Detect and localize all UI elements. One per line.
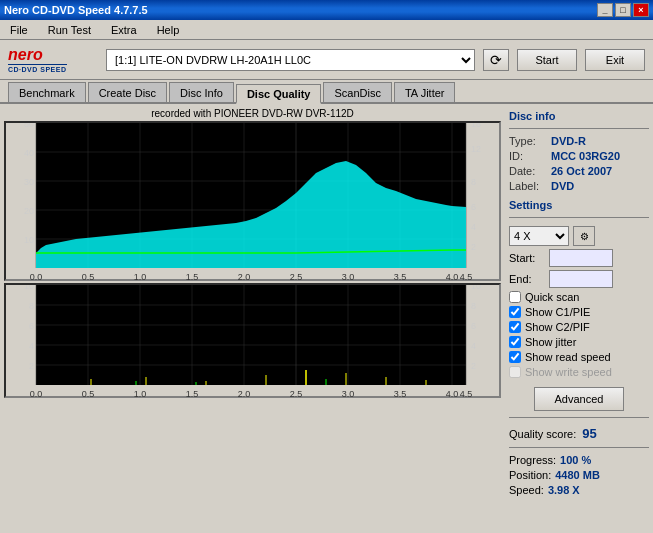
show-jitter-row: Show jitter bbox=[509, 336, 649, 348]
show-c2pif-checkbox[interactable] bbox=[509, 321, 521, 333]
quick-scan-row: Quick scan bbox=[509, 291, 649, 303]
title-text: Nero CD-DVD Speed 4.7.7.5 bbox=[4, 4, 148, 16]
id-value: MCC 03RG20 bbox=[551, 150, 620, 162]
titlebar: Nero CD-DVD Speed 4.7.7.5 _ □ × bbox=[0, 0, 653, 20]
menubar: File Run Test Extra Help bbox=[0, 20, 653, 40]
exit-button[interactable]: Exit bbox=[585, 49, 645, 71]
logo: nero CD·DVD SPEED bbox=[8, 46, 98, 73]
svg-text:4.5: 4.5 bbox=[460, 272, 473, 282]
tab-create-disc[interactable]: Create Disc bbox=[88, 82, 167, 102]
menu-extra[interactable]: Extra bbox=[105, 22, 143, 38]
start-input[interactable]: 0000 MB bbox=[549, 249, 613, 267]
show-write-speed-checkbox[interactable] bbox=[509, 366, 521, 378]
settings-button[interactable]: ⚙ bbox=[573, 226, 595, 246]
upper-chart-container: 50 40 30 20 10 16 12 8 6 4 2 0.0 0.5 1.0… bbox=[4, 121, 501, 281]
logo-cdspeed: CD·DVD SPEED bbox=[8, 64, 67, 73]
header: nero CD·DVD SPEED [1:1] LITE-ON DVDRW LH… bbox=[0, 40, 653, 80]
svg-text:2: 2 bbox=[471, 242, 476, 252]
svg-text:6: 6 bbox=[471, 202, 476, 212]
divider-1 bbox=[509, 128, 649, 129]
show-jitter-checkbox[interactable] bbox=[509, 336, 521, 348]
end-input[interactable]: 4481 MB bbox=[549, 270, 613, 288]
svg-text:50: 50 bbox=[24, 123, 34, 129]
svg-text:6: 6 bbox=[29, 321, 34, 331]
svg-text:3.0: 3.0 bbox=[342, 272, 355, 282]
advanced-button[interactable]: Advanced bbox=[534, 387, 624, 411]
svg-text:2.0: 2.0 bbox=[238, 272, 251, 282]
svg-text:10: 10 bbox=[471, 285, 481, 291]
end-label: End: bbox=[509, 273, 545, 285]
svg-text:3.5: 3.5 bbox=[394, 389, 407, 399]
end-row: End: 4481 MB bbox=[509, 270, 649, 288]
svg-text:3.0: 3.0 bbox=[342, 389, 355, 399]
speed-display-value: 3.98 X bbox=[548, 484, 580, 496]
tab-benchmark[interactable]: Benchmark bbox=[8, 82, 86, 102]
svg-text:2: 2 bbox=[29, 361, 34, 371]
lower-chart-container: 10 8 6 4 2 10 8 6 4 2 0.0 0.5 1.0 1.5 2.… bbox=[4, 283, 501, 398]
svg-text:2.5: 2.5 bbox=[290, 389, 303, 399]
svg-text:0.5: 0.5 bbox=[82, 389, 95, 399]
menu-file[interactable]: File bbox=[4, 22, 34, 38]
start-button[interactable]: Start bbox=[517, 49, 577, 71]
svg-text:4.5: 4.5 bbox=[460, 389, 473, 399]
svg-text:1.5: 1.5 bbox=[186, 389, 199, 399]
progress-value: 100 % bbox=[560, 454, 591, 466]
speed-display-row: Speed: 3.98 X bbox=[509, 484, 649, 496]
show-c2pif-label: Show C2/PIF bbox=[525, 321, 590, 333]
position-label: Position: bbox=[509, 469, 551, 481]
svg-text:4.0: 4.0 bbox=[446, 389, 459, 399]
show-read-speed-row: Show read speed bbox=[509, 351, 649, 363]
date-row: Date: 26 Oct 2007 bbox=[509, 165, 649, 177]
svg-text:4.0: 4.0 bbox=[446, 272, 459, 282]
svg-text:4: 4 bbox=[29, 341, 34, 351]
chart-title: recorded with PIONEER DVD-RW DVR-112D bbox=[4, 108, 501, 119]
svg-text:40: 40 bbox=[24, 148, 34, 158]
svg-text:20: 20 bbox=[24, 206, 34, 216]
svg-text:0.5: 0.5 bbox=[82, 272, 95, 282]
type-row: Type: DVD-R bbox=[509, 135, 649, 147]
titlebar-buttons: _ □ × bbox=[597, 3, 649, 17]
quality-row: Quality score: 95 bbox=[509, 426, 649, 441]
quick-scan-checkbox[interactable] bbox=[509, 291, 521, 303]
start-row: Start: 0000 MB bbox=[509, 249, 649, 267]
tab-disc-quality[interactable]: Disc Quality bbox=[236, 84, 322, 104]
type-label: Type: bbox=[509, 135, 547, 147]
divider-3 bbox=[509, 417, 649, 418]
disc-info-title: Disc info bbox=[509, 110, 649, 122]
maximize-button[interactable]: □ bbox=[615, 3, 631, 17]
show-c1pie-row: Show C1/PIE bbox=[509, 306, 649, 318]
show-write-speed-row: Show write speed bbox=[509, 366, 649, 378]
svg-text:6: 6 bbox=[471, 321, 476, 331]
minimize-button[interactable]: _ bbox=[597, 3, 613, 17]
svg-text:0.0: 0.0 bbox=[30, 272, 43, 282]
svg-text:30: 30 bbox=[24, 177, 34, 187]
id-label: ID: bbox=[509, 150, 547, 162]
refresh-button[interactable]: ⟳ bbox=[483, 49, 509, 71]
speed-select[interactable]: 4 X bbox=[509, 226, 569, 246]
tab-disc-info[interactable]: Disc Info bbox=[169, 82, 234, 102]
drive-select[interactable]: [1:1] LITE-ON DVDRW LH-20A1H LL0C bbox=[106, 49, 475, 71]
start-label: Start: bbox=[509, 252, 545, 264]
menu-run-test[interactable]: Run Test bbox=[42, 22, 97, 38]
show-c1pie-checkbox[interactable] bbox=[509, 306, 521, 318]
show-read-speed-checkbox[interactable] bbox=[509, 351, 521, 363]
close-button[interactable]: × bbox=[633, 3, 649, 17]
svg-text:12: 12 bbox=[471, 144, 481, 154]
svg-text:3.5: 3.5 bbox=[394, 272, 407, 282]
label-row: Label: DVD bbox=[509, 180, 649, 192]
progress-label: Progress: bbox=[509, 454, 556, 466]
quality-score-value: 95 bbox=[582, 426, 596, 441]
speed-display-label: Speed: bbox=[509, 484, 544, 496]
main-content: recorded with PIONEER DVD-RW DVR-112D bbox=[0, 104, 653, 533]
svg-text:4: 4 bbox=[471, 341, 476, 351]
quality-score-label: Quality score: bbox=[509, 428, 576, 440]
upper-chart-svg: 50 40 30 20 10 16 12 8 6 4 2 0.0 0.5 1.0… bbox=[6, 123, 499, 283]
label-label: Label: bbox=[509, 180, 547, 192]
svg-text:8: 8 bbox=[29, 301, 34, 311]
tab-ta-jitter[interactable]: TA Jitter bbox=[394, 82, 456, 102]
tab-scandisc[interactable]: ScanDisc bbox=[323, 82, 391, 102]
menu-help[interactable]: Help bbox=[151, 22, 186, 38]
settings-title: Settings bbox=[509, 199, 649, 211]
svg-text:4: 4 bbox=[471, 222, 476, 232]
type-value: DVD-R bbox=[551, 135, 586, 147]
